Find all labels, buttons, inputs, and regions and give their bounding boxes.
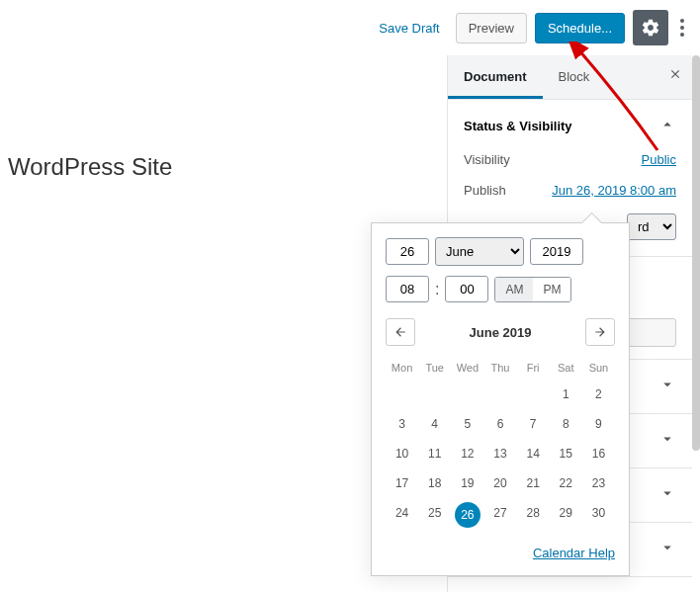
panel-heading: Status & Visibility: [464, 119, 572, 133]
chevron-up-icon: [658, 116, 676, 136]
chevron-down-icon: [658, 430, 676, 452]
calendar-day[interactable]: 17: [386, 468, 418, 498]
settings-button[interactable]: [633, 10, 668, 45]
publish-value-link[interactable]: Jun 26, 2019 8:00 am: [552, 183, 676, 198]
hour-input[interactable]: [386, 276, 429, 302]
calendar-day[interactable]: 2: [582, 380, 615, 409]
calendar-help-link[interactable]: Calendar Help: [533, 546, 615, 560]
schedule-button[interactable]: Schedule...: [535, 13, 625, 43]
sidebar-tabs: Document Block: [448, 55, 692, 100]
calendar-day[interactable]: 29: [550, 498, 582, 532]
visibility-value-link[interactable]: Public: [642, 152, 676, 167]
calendar-month-year: June 2019: [470, 325, 532, 340]
calendar-dow: Sat: [550, 356, 582, 380]
calendar-day[interactable]: 14: [517, 439, 550, 468]
editor-topbar: Save Draft Preview Schedule...: [0, 0, 700, 55]
calendar-grid: MonTueWedThuFriSatSun1234567891011121314…: [386, 356, 615, 532]
calendar-day[interactable]: 22: [550, 468, 582, 498]
gear-icon: [641, 18, 660, 38]
calendar-day[interactable]: 25: [418, 498, 451, 532]
save-draft-link[interactable]: Save Draft: [379, 21, 439, 36]
publish-row: Publish Jun 26, 2019 8:00 am: [464, 183, 676, 198]
calendar-day[interactable]: 26: [455, 502, 481, 528]
calendar-day[interactable]: 13: [483, 439, 516, 468]
tab-document[interactable]: Document: [448, 55, 543, 99]
calendar-dow: Tue: [418, 356, 451, 380]
calendar-dow: Sun: [582, 356, 615, 380]
year-input[interactable]: [530, 238, 583, 265]
calendar-day[interactable]: 19: [451, 468, 483, 498]
date-inputs-row: June: [386, 237, 615, 266]
calendar-dow: Fri: [517, 356, 550, 380]
calendar-day[interactable]: 9: [582, 409, 615, 439]
visibility-label: Visibility: [464, 152, 510, 167]
calendar-day[interactable]: 24: [386, 498, 418, 532]
calendar-day[interactable]: 11: [418, 439, 451, 468]
calendar-day[interactable]: 21: [517, 468, 550, 498]
close-sidebar-button[interactable]: [668, 67, 682, 85]
month-select[interactable]: June: [435, 237, 524, 266]
pm-button[interactable]: PM: [533, 278, 570, 301]
time-colon: :: [435, 281, 439, 298]
calendar-day[interactable]: 6: [483, 409, 516, 439]
calendar-day[interactable]: 8: [550, 409, 582, 439]
calendar-day[interactable]: 23: [582, 468, 615, 498]
chevron-down-icon: [658, 484, 676, 506]
calendar-help-row: Calendar Help: [386, 544, 615, 561]
datetime-picker-popup: June : AM PM June 2019 MonTueWedThuFriSa…: [371, 222, 630, 576]
prev-month-button[interactable]: [386, 318, 415, 346]
tab-block[interactable]: Block: [543, 55, 606, 99]
calendar-day[interactable]: 5: [451, 409, 483, 439]
calendar-day[interactable]: 16: [582, 439, 615, 468]
calendar-day[interactable]: 1: [550, 380, 582, 409]
calendar-day[interactable]: 20: [483, 468, 516, 498]
post-format-select[interactable]: rd: [627, 213, 676, 240]
preview-button[interactable]: Preview: [456, 13, 527, 43]
calendar-dow: Mon: [386, 356, 418, 380]
calendar-day[interactable]: 3: [386, 409, 418, 439]
am-button[interactable]: AM: [495, 278, 533, 301]
next-month-button[interactable]: [585, 318, 615, 346]
calendar-dow: Thu: [483, 356, 516, 380]
visibility-row: Visibility Public: [464, 152, 676, 167]
calendar-header: June 2019: [386, 318, 615, 346]
time-inputs-row: : AM PM: [386, 276, 615, 302]
sidebar-scrollbar[interactable]: [692, 55, 700, 451]
calendar-day[interactable]: 4: [418, 409, 451, 439]
calendar-day[interactable]: 27: [483, 498, 516, 532]
arrow-right-icon: [593, 325, 607, 339]
calendar-day[interactable]: 10: [386, 439, 418, 468]
arrow-left-icon: [394, 325, 407, 339]
page-title: WordPress Site: [8, 153, 172, 181]
ampm-toggle: AM PM: [494, 277, 571, 302]
publish-label: Publish: [464, 183, 506, 198]
day-input[interactable]: [386, 238, 429, 265]
calendar-day[interactable]: 7: [517, 409, 550, 439]
minute-input[interactable]: [445, 276, 488, 302]
calendar-day[interactable]: 12: [451, 439, 483, 468]
calendar-day[interactable]: 15: [550, 439, 582, 468]
dots-icon: [680, 19, 684, 23]
calendar-day[interactable]: 28: [517, 498, 550, 532]
chevron-down-icon: [658, 376, 676, 397]
status-visibility-toggle[interactable]: Status & Visibility: [464, 116, 676, 136]
calendar-day[interactable]: 18: [418, 468, 451, 498]
chevron-down-icon: [658, 539, 676, 560]
more-menu-button[interactable]: [676, 13, 688, 42]
calendar-day[interactable]: 30: [582, 498, 615, 532]
close-icon: [668, 67, 682, 81]
calendar-dow: Wed: [451, 356, 483, 380]
